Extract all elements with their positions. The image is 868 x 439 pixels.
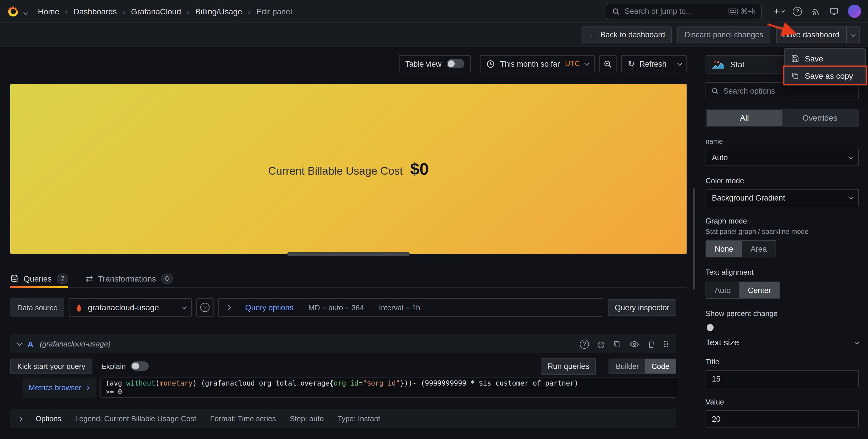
color-mode-label: Color mode [706, 176, 859, 185]
save-dashboard-button[interactable]: Save dashboard [776, 26, 846, 43]
save-dashboard-menu-button[interactable] [846, 26, 860, 43]
visualization-name: Stat [730, 60, 745, 69]
name-label: name [706, 137, 723, 145]
stat-viz-icon: 12.4 [711, 59, 725, 69]
query-help-icon[interactable]: ? [580, 339, 589, 349]
menu-item-save-as-copy[interactable]: Save as copy [785, 67, 865, 85]
graph-mode-none-option[interactable]: None [706, 241, 742, 257]
delete-query-trash-icon[interactable] [648, 340, 655, 348]
prometheus-flame-icon [74, 303, 83, 312]
max-data-points-label: MD = auto = 364 [308, 303, 364, 312]
query-datasource-hint: (grafanacloud-usage) [40, 340, 111, 348]
query-options-bar[interactable]: Query options MD = auto = 364 Interval =… [218, 298, 603, 317]
query-options-row[interactable]: Options Legend: Current Billable Usage C… [10, 409, 676, 428]
query-row-header[interactable]: A (grafanacloud-usage) ? ◎ [10, 334, 676, 353]
name-option-row: name - - - [706, 137, 859, 145]
refresh-button[interactable]: ↻ Refresh [621, 55, 673, 72]
search-input[interactable] [625, 7, 724, 16]
explain-toggle[interactable] [131, 361, 149, 371]
panel-resize-handle[interactable] [287, 252, 410, 256]
question-circle-icon: ? [200, 303, 210, 312]
tab-queries-label: Queries [24, 274, 52, 283]
table-view-toggle[interactable] [446, 59, 464, 68]
breadcrumb-grafanacloud[interactable]: GrafanaCloud [131, 7, 181, 16]
chevron-down-icon [584, 61, 589, 66]
tab-overrides[interactable]: Overrides [782, 110, 858, 126]
breadcrumb-separator-icon: › [123, 7, 125, 16]
name-select[interactable]: Auto [706, 149, 859, 166]
legend-summary: Legend: Current Billable Usage Cost [75, 414, 196, 423]
breadcrumb-dashboards[interactable]: Dashboards [73, 7, 117, 16]
breadcrumb-billing-usage[interactable]: Billing/Usage [195, 7, 242, 16]
clock-icon [486, 59, 495, 68]
code-mode-option[interactable]: Code [645, 359, 676, 373]
drag-handle-icon[interactable] [663, 340, 669, 348]
help-button[interactable]: ? [789, 3, 805, 19]
text-alignment-center-option[interactable]: Center [739, 282, 780, 298]
query-inspector-button[interactable]: Query inspector [608, 299, 676, 316]
duplicate-query-icon[interactable] [613, 340, 621, 348]
breadcrumb: Home › Dashboards › GrafanaCloud › Billi… [38, 7, 292, 16]
options-search-input[interactable] [723, 86, 853, 95]
svg-text:12.4: 12.4 [712, 60, 719, 64]
org-switcher-chevron-icon[interactable] [24, 7, 28, 16]
chevron-down-icon [182, 304, 187, 310]
panel-edit-toolbar: ← Back to dashboard Discard panel change… [0, 23, 868, 47]
display-button[interactable] [826, 3, 842, 19]
color-mode-select[interactable]: Background Gradient [706, 189, 859, 206]
title-size-input[interactable] [706, 370, 859, 387]
promql-code-editor[interactable]: (avg without(monetary) (grafanacloud_org… [100, 378, 677, 398]
stat-value: $0 [410, 159, 429, 178]
grafana-logo-icon[interactable] [7, 5, 20, 18]
explain-control: Explain [101, 361, 149, 371]
chevron-right-icon [85, 385, 90, 390]
global-search[interactable]: ⌘+k [606, 3, 762, 20]
run-queries-button[interactable]: Run queries [540, 358, 596, 374]
builder-mode-option[interactable]: Builder [609, 359, 645, 373]
kick-start-query-button[interactable]: Kick start your query [10, 358, 92, 374]
breadcrumb-home[interactable]: Home [38, 7, 59, 16]
panel-view-toolbar: Table view This month so far UTC [399, 55, 687, 72]
disable-query-icon[interactable]: ◎ [598, 339, 604, 349]
breadcrumb-separator-icon: › [65, 7, 68, 16]
stat-panel-preview[interactable]: Current Billable Usage Cost $0 [10, 84, 687, 254]
chevron-down-icon [855, 339, 860, 344]
question-circle-icon: ? [793, 7, 802, 16]
datasource-picker[interactable]: grafanacloud-usage [69, 298, 192, 317]
hide-response-eye-icon[interactable] [630, 341, 639, 347]
collapse-query-chevron-icon[interactable] [17, 341, 22, 346]
value-size-input[interactable] [706, 410, 859, 428]
discard-panel-changes-button[interactable]: Discard panel changes [678, 26, 770, 43]
graph-mode-area-option[interactable]: Area [742, 241, 776, 257]
tab-all-options[interactable]: All [707, 110, 782, 126]
menu-item-save[interactable]: Save [785, 50, 865, 67]
save-floppy-icon [791, 55, 799, 63]
main-scrollbar-thumb[interactable] [693, 188, 695, 289]
tab-queries[interactable]: Queries 7 [10, 269, 69, 287]
zoom-out-time-button[interactable] [599, 55, 617, 72]
breadcrumb-separator-icon: › [248, 7, 251, 16]
timezone-label: UTC [565, 60, 580, 68]
search-icon [612, 7, 620, 15]
grafana-app: Home › Dashboards › GrafanaCloud › Billi… [0, 0, 868, 439]
back-to-dashboard-button[interactable]: ← Back to dashboard [582, 26, 672, 43]
breadcrumb-edit-panel: Edit panel [256, 7, 292, 16]
transformations-icon: ⇄ [86, 273, 93, 284]
user-avatar[interactable] [848, 5, 861, 18]
datasource-label: Data source [10, 298, 64, 317]
metrics-browser-button[interactable]: Metrics browser [22, 378, 96, 398]
promql-line-2: >= 0 [105, 387, 671, 396]
datasource-help-button[interactable]: ? [196, 298, 214, 317]
refresh-interval-button[interactable] [673, 55, 687, 72]
add-new-button[interactable]: + [771, 3, 787, 19]
breadcrumb-separator-icon: › [187, 7, 189, 16]
query-options-link[interactable]: Query options [245, 303, 293, 312]
text-size-section-header[interactable]: Text size [706, 337, 859, 347]
graph-mode-radio-group: None Area [706, 240, 776, 257]
refresh-split-button: ↻ Refresh [621, 55, 687, 72]
news-button[interactable] [808, 3, 824, 19]
time-range-picker[interactable]: This month so far UTC [480, 55, 595, 72]
text-alignment-auto-option[interactable]: Auto [706, 282, 739, 298]
show-percent-change-label: Show percent change [706, 309, 859, 318]
tab-transformations[interactable]: ⇄ Transformations 0 [86, 269, 173, 287]
